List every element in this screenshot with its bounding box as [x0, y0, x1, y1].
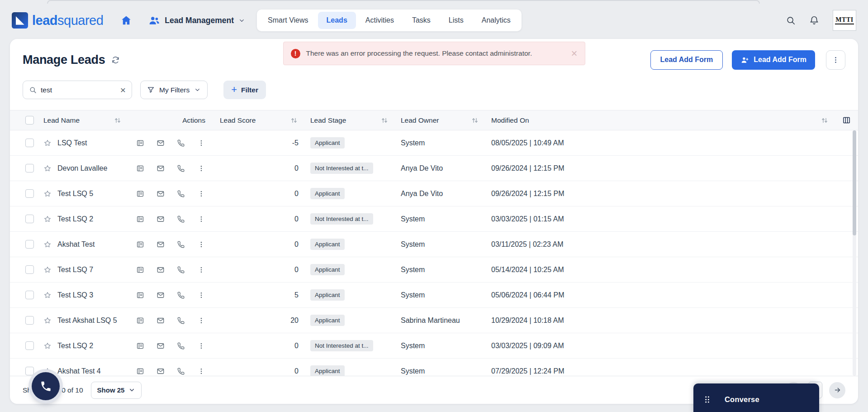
row-more-icon[interactable]	[197, 240, 205, 249]
call-icon[interactable]	[177, 215, 185, 223]
home-icon[interactable]	[120, 14, 132, 26]
workspace-switcher[interactable]: Lead Management	[148, 14, 245, 26]
vertical-scrollbar[interactable]	[853, 130, 856, 376]
lead-name[interactable]: Test Akshat LSQ 5	[57, 316, 117, 325]
search-input[interactable]	[41, 86, 116, 94]
search-icon[interactable]	[786, 15, 796, 25]
star-icon[interactable]	[43, 190, 52, 198]
row-checkbox[interactable]	[25, 164, 34, 172]
tab-analytics[interactable]: Analytics	[473, 12, 519, 29]
email-icon[interactable]	[157, 367, 165, 375]
more-options-button[interactable]	[826, 50, 845, 70]
row-more-icon[interactable]	[197, 342, 205, 350]
row-more-icon[interactable]	[197, 367, 205, 375]
tab-leads[interactable]: Leads	[318, 12, 356, 29]
email-icon[interactable]	[157, 240, 165, 249]
email-icon[interactable]	[157, 316, 165, 325]
lead-add-form-primary-button[interactable]: Lead Add Form	[732, 50, 815, 70]
star-icon[interactable]	[43, 266, 52, 274]
lead-card-icon[interactable]	[136, 316, 144, 325]
converse-widget[interactable]: Converse	[693, 383, 819, 412]
clear-search-icon[interactable]: ×	[120, 85, 126, 95]
call-icon[interactable]	[177, 342, 185, 350]
sort-icon[interactable]	[114, 117, 121, 124]
row-more-icon[interactable]	[197, 190, 205, 198]
row-checkbox[interactable]	[25, 240, 34, 249]
email-icon[interactable]	[157, 215, 165, 223]
call-fab-button[interactable]	[32, 372, 60, 400]
row-more-icon[interactable]	[197, 164, 205, 172]
call-icon[interactable]	[177, 291, 185, 299]
call-icon[interactable]	[177, 316, 185, 325]
sort-icon[interactable]	[821, 117, 828, 124]
row-checkbox[interactable]	[25, 189, 34, 198]
row-more-icon[interactable]	[197, 316, 205, 325]
row-more-icon[interactable]	[197, 291, 205, 299]
page-size-dropdown[interactable]: Show 25	[91, 382, 142, 399]
call-icon[interactable]	[177, 164, 185, 172]
lead-card-icon[interactable]	[136, 342, 144, 350]
lead-add-form-secondary-button[interactable]: Lead Add Form	[650, 50, 723, 70]
column-header-lead-owner[interactable]: Lead Owner	[394, 116, 485, 125]
account-avatar[interactable]: MTTI	[833, 10, 856, 31]
call-icon[interactable]	[177, 240, 185, 249]
row-checkbox[interactable]	[25, 316, 34, 325]
manage-columns-button[interactable]	[835, 116, 858, 125]
sort-icon[interactable]	[471, 117, 479, 124]
lead-name[interactable]: Test LSQ 3	[57, 291, 93, 299]
star-icon[interactable]	[43, 291, 52, 299]
column-header-modified-on[interactable]: Modified On	[485, 116, 835, 125]
drag-handle-icon[interactable]	[704, 395, 711, 404]
sort-icon[interactable]	[290, 117, 298, 124]
tab-smart-views[interactable]: Smart Views	[259, 12, 317, 29]
star-icon[interactable]	[43, 139, 52, 147]
column-header-lead-name[interactable]: Lead Name	[37, 116, 128, 125]
row-checkbox[interactable]	[25, 341, 34, 350]
add-filter-button[interactable]: + Filter	[223, 81, 266, 99]
lead-card-icon[interactable]	[136, 139, 144, 147]
star-icon[interactable]	[43, 215, 52, 223]
email-icon[interactable]	[157, 291, 165, 299]
my-filters-dropdown[interactable]: My Filters	[140, 81, 208, 99]
lead-name[interactable]: Akshat Test 4	[57, 367, 101, 375]
email-icon[interactable]	[157, 139, 165, 147]
lead-name[interactable]: Devon Lavallee	[57, 164, 107, 172]
row-checkbox[interactable]	[25, 265, 34, 274]
lead-name[interactable]: Test LSQ 2	[57, 215, 93, 223]
lead-name[interactable]: Test LSQ 2	[57, 342, 93, 350]
email-icon[interactable]	[157, 266, 165, 274]
star-icon[interactable]	[43, 316, 52, 325]
sort-icon[interactable]	[381, 117, 388, 124]
tab-lists[interactable]: Lists	[440, 12, 472, 29]
star-icon[interactable]	[43, 240, 52, 249]
lead-card-icon[interactable]	[136, 215, 144, 223]
notifications-bell-icon[interactable]	[809, 15, 819, 25]
call-icon[interactable]	[177, 367, 185, 375]
lead-card-icon[interactable]	[136, 291, 144, 299]
row-checkbox[interactable]	[25, 139, 34, 147]
row-checkbox[interactable]	[25, 291, 34, 299]
lead-name[interactable]: LSQ Test	[57, 139, 87, 147]
lead-card-icon[interactable]	[136, 240, 144, 249]
lead-card-icon[interactable]	[136, 367, 144, 375]
lead-card-icon[interactable]	[136, 266, 144, 274]
scrollbar-thumb[interactable]	[853, 130, 856, 235]
alert-close-icon[interactable]: ×	[571, 48, 577, 59]
lead-name[interactable]: Test LSQ 5	[57, 190, 93, 198]
row-checkbox[interactable]	[25, 215, 34, 223]
call-icon[interactable]	[177, 266, 185, 274]
call-icon[interactable]	[177, 190, 185, 198]
refresh-icon[interactable]	[111, 56, 120, 64]
call-icon[interactable]	[177, 139, 185, 147]
star-icon[interactable]	[43, 342, 52, 350]
column-header-lead-score[interactable]: Lead Score	[213, 116, 304, 125]
tab-tasks[interactable]: Tasks	[403, 12, 439, 29]
star-icon[interactable]	[43, 164, 52, 172]
email-icon[interactable]	[157, 164, 165, 172]
email-icon[interactable]	[157, 190, 165, 198]
lead-name[interactable]: Akshat Test	[57, 240, 95, 249]
column-header-lead-stage[interactable]: Lead Stage	[304, 116, 394, 125]
row-more-icon[interactable]	[197, 139, 205, 147]
lead-card-icon[interactable]	[136, 190, 144, 198]
leadsquared-logo[interactable]: leadsquared	[12, 12, 103, 29]
